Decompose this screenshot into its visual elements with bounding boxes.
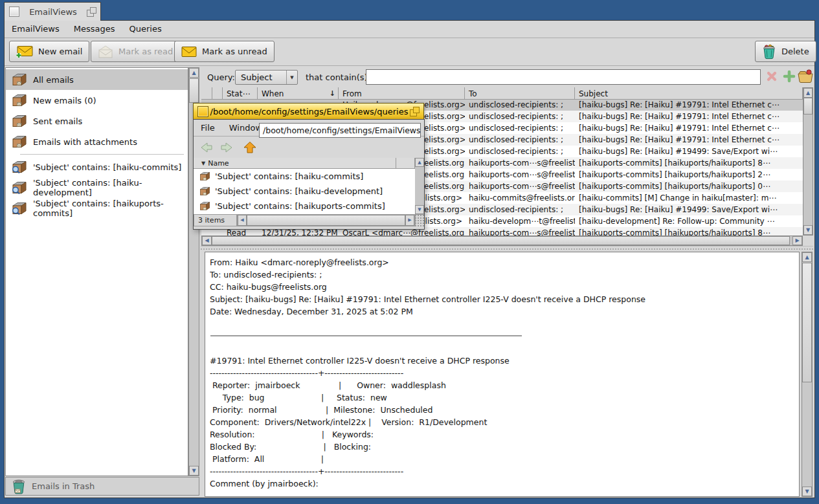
scroll-up-arrow[interactable]: ▲ — [803, 88, 813, 98]
query-mailbox-icon — [12, 181, 27, 194]
mark-as-unread-button[interactable]: Mark as unread — [174, 41, 275, 62]
window-resize-handle[interactable] — [415, 214, 424, 226]
delete-button[interactable]: Delete — [755, 41, 816, 62]
mark-as-read-icon — [98, 45, 113, 58]
close-button[interactable] — [197, 106, 208, 117]
sidebar-item[interactable]: 'Subject' contains: [haiku-commits] — [6, 157, 188, 177]
back-arrow-icon[interactable] — [199, 142, 214, 153]
path-field[interactable]: /boot/home/config/settings/EmailViews/qu — [259, 123, 421, 138]
tracker-hscrollbar[interactable]: ◀ ▶ — [237, 214, 415, 226]
scrollbar-thumb[interactable] — [803, 98, 813, 115]
scroll-left-arrow[interactable]: ◀ — [238, 215, 247, 226]
remove-query-icon[interactable] — [766, 71, 778, 82]
query-file-item[interactable]: 'Subject' contains: [haiku-commits] — [194, 169, 415, 184]
column-header-icon[interactable] — [212, 87, 223, 99]
pane-splitter[interactable] — [201, 246, 813, 252]
row-subject: [haikuports-commits] [haikuports/haikupo… — [575, 181, 803, 192]
preview-body-line: Type: bug | Status: new — [210, 391, 794, 404]
column-header-label: When — [262, 89, 284, 98]
scroll-down-arrow[interactable]: ▼ — [802, 487, 812, 496]
add-query-icon[interactable] — [783, 70, 796, 83]
column-header-To[interactable]: To — [465, 87, 575, 99]
sidebar-item-label: Emails with attachments — [33, 137, 137, 147]
message-list-vscrollbar[interactable]: ▲ ▼ — [803, 87, 813, 236]
sidebar-item[interactable]: 'Subject' contains: [haikuports-commits] — [6, 198, 188, 219]
scroll-up-arrow[interactable]: ▲ — [802, 252, 812, 262]
forward-arrow-icon[interactable] — [219, 142, 234, 153]
query-attribute-dropdown[interactable]: Subject ▼ — [235, 70, 298, 85]
close-button[interactable] — [9, 6, 19, 17]
sidebar-item[interactable]: 'Subject' contains: [haiku-development] — [6, 177, 188, 198]
scroll-down-arrow[interactable]: ▼ — [189, 466, 199, 476]
query-mailbox-icon — [12, 160, 27, 173]
tracker-menu-file[interactable]: File — [194, 120, 222, 137]
sort-triangle-icon: ▼ — [201, 160, 205, 166]
sidebar-item-label: 'Subject' contains: [haiku-development] — [33, 178, 188, 197]
tracker-vscrollbar[interactable]: ▲ ▼ — [415, 158, 424, 214]
query-file-item[interactable]: 'Subject' contains: [haiku-development] — [194, 184, 415, 199]
scrollbar-thumb[interactable] — [802, 263, 812, 382]
query-file-item[interactable]: 'Subject' contains: [haikuports-commits] — [194, 199, 415, 214]
row-subject: [haikuports-commits] [haikuports/haikupo… — [575, 227, 803, 236]
column-header-Subject[interactable]: Subject — [575, 87, 803, 99]
mark-as-read-button[interactable]: Mark as read — [91, 41, 180, 62]
scroll-up-arrow[interactable]: ▲ — [189, 68, 199, 78]
row-subject: [haiku-bugs] Re: [Haiku] #19499: Save/Ex… — [575, 146, 803, 157]
column-header-label: Stat⋯ — [227, 89, 250, 98]
row-to: haiku-commits@freelists.org — [465, 192, 575, 204]
sidebar-separator — [20, 154, 184, 155]
row-subject: [haikuports-commits] [haikuports/haikupo… — [575, 157, 803, 169]
row-subject: [haikuports-commits] [haikuports/haikupo… — [575, 169, 803, 181]
up-arrow-icon[interactable] — [243, 141, 257, 154]
message-list-hscrollbar[interactable]: ◀ ▶ — [201, 236, 803, 246]
mark-as-unread-label: Mark as unread — [202, 47, 267, 56]
scrollbar-thumb[interactable] — [247, 215, 405, 226]
name-column-header[interactable]: ▼ Name — [194, 158, 424, 169]
tracker-window-tab[interactable]: /boot/home/config/settings/EmailViews/qu… — [193, 103, 424, 119]
tracker-status-bar: 3 items ◀ ▶ — [194, 214, 424, 229]
scroll-up-arrow[interactable]: ▲ — [415, 158, 424, 167]
query-file-label: 'Subject' contains: [haiku-commits] — [215, 171, 363, 181]
column-header-Stat⋯[interactable]: Stat⋯ — [223, 87, 258, 99]
menu-messages[interactable]: Messages — [67, 21, 122, 38]
preview-body-line: Platform: All | — [210, 453, 794, 465]
trash-icon — [12, 479, 26, 494]
scroll-down-arrow[interactable]: ▼ — [415, 205, 424, 214]
sidebar-item[interactable]: All emails — [6, 69, 188, 90]
preview-vscrollbar[interactable]: ▲ ▼ — [802, 252, 813, 497]
scroll-down-arrow[interactable]: ▼ — [803, 225, 813, 235]
scroll-right-arrow[interactable]: ▶ — [405, 215, 414, 226]
row-to: undisclosed-recipients: ; — [465, 122, 575, 134]
folder-sidebar: All emailsNew emails (0)Sent emailsEmail… — [5, 67, 188, 476]
preview-body-line: -------------------------------------+--… — [210, 465, 794, 477]
preview-header-line: From: Haiku <dmarc-noreply@freelists.org… — [210, 256, 794, 268]
mailbox-icon — [12, 73, 27, 86]
zoom-button[interactable] — [87, 7, 96, 16]
main-window-tab[interactable]: EmailViews — [4, 2, 101, 21]
row-subject: [haiku-bugs] Re: [Haiku] #19791: Intel E… — [575, 111, 803, 122]
preview-body-line: Resolution: | Keywords: — [210, 428, 794, 441]
save-query-folder-icon[interactable] — [797, 69, 814, 84]
emails-in-trash-item[interactable]: Emails in Trash — [5, 477, 199, 496]
tracker-window-title: /boot/home/config/settings/EmailViews/qu… — [208, 107, 410, 116]
row-subject: [haiku-commits] [M] Change in haiku[mast… — [575, 192, 803, 204]
scroll-left-arrow[interactable]: ◀ — [202, 236, 212, 245]
scrollbar-thumb[interactable] — [189, 78, 199, 103]
menu-bar: EmailViewsMessagesQueries — [5, 21, 814, 38]
sidebar-item[interactable]: New emails (0) — [6, 90, 188, 111]
row-subject: [haiku-bugs] Re: [Haiku] #19791: Intel E… — [575, 99, 803, 111]
column-header-icon[interactable] — [201, 87, 212, 99]
message-list-header: Stat⋯When↓FromToSubject — [201, 87, 803, 100]
zoom-button[interactable] — [410, 107, 419, 116]
scroll-right-arrow[interactable]: ▶ — [792, 236, 802, 245]
menu-emailviews[interactable]: EmailViews — [5, 21, 67, 38]
column-header-From[interactable]: From — [339, 87, 465, 99]
sidebar-item[interactable]: Emails with attachments — [6, 131, 188, 152]
query-input[interactable] — [366, 69, 761, 85]
message-preview-pane: From: Haiku <dmarc-noreply@freelists.org… — [205, 252, 800, 497]
menu-queries[interactable]: Queries — [122, 21, 168, 38]
scrollbar-thumb[interactable] — [212, 236, 790, 245]
sidebar-item[interactable]: Sent emails — [6, 111, 188, 131]
column-header-When[interactable]: When↓ — [258, 87, 339, 99]
new-email-button[interactable]: New email — [9, 41, 89, 62]
